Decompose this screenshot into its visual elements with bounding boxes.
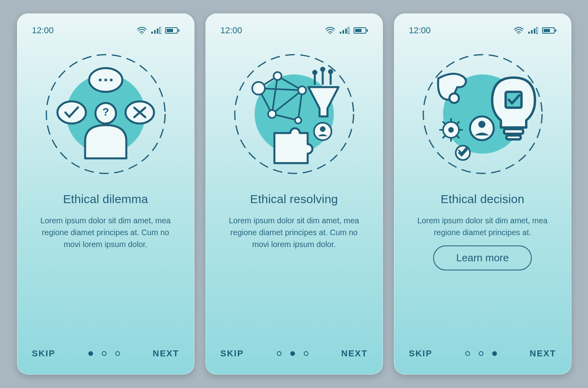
svg-point-14 [104,79,107,82]
svg-rect-1 [151,32,153,34]
svg-text:?: ? [102,106,109,118]
screen-description: Lorem ipsum dolor sit dim amet, mea regi… [409,215,556,238]
svg-rect-53 [537,27,538,34]
signal-icon [151,27,161,34]
skip-button[interactable]: SKIP [409,348,432,359]
status-time: 12:00 [32,25,54,36]
svg-point-44 [321,68,324,71]
page-dot-3[interactable] [304,351,308,356]
onboarding-screen-1: 12:00 ? [17,13,194,375]
svg-point-36 [252,82,265,95]
svg-point-46 [329,70,332,73]
signal-icon [528,27,538,34]
onboarding-screen-3: 12:00 [394,13,571,375]
status-time: 12:00 [221,25,242,36]
page-dot-1[interactable] [277,351,282,356]
illustration-resolving [221,47,368,181]
screen-title: Ethical decision [409,192,556,206]
svg-point-18 [329,33,331,34]
learn-more-button[interactable]: Learn more [433,245,532,270]
screen-title: Ethical resolving [221,192,368,206]
battery-icon [165,27,179,34]
skip-button[interactable]: SKIP [32,348,55,359]
svg-point-39 [268,110,276,118]
svg-point-40 [295,117,301,124]
svg-point-74 [478,121,485,128]
page-dots [465,351,497,356]
page-dot-2[interactable] [290,351,295,356]
svg-point-49 [518,33,519,34]
svg-point-48 [320,126,325,132]
svg-point-42 [313,71,316,74]
svg-rect-59 [504,129,523,134]
nav-row: SKIP NEXT [221,348,368,359]
svg-point-16 [57,101,86,124]
nav-row: SKIP NEXT [409,348,556,359]
svg-rect-2 [154,30,156,34]
screen-description: Lorem ipsum dolor sit dim amet, mea regi… [221,215,368,250]
status-icons [137,27,179,34]
nav-row: SKIP NEXT [32,348,179,359]
next-button[interactable]: NEXT [341,348,368,359]
page-dot-3[interactable] [115,351,120,356]
page-dot-2[interactable] [479,351,483,356]
skip-button[interactable]: SKIP [221,348,244,359]
svg-line-71 [443,135,445,138]
svg-rect-55 [555,29,556,32]
svg-rect-4 [160,27,161,34]
svg-point-38 [298,86,306,94]
svg-rect-60 [506,135,521,139]
svg-rect-56 [544,29,550,32]
illustration-decision [409,47,556,181]
svg-rect-51 [531,30,533,34]
svg-point-0 [141,33,142,34]
wifi-icon [514,27,524,34]
svg-point-64 [448,127,454,133]
svg-rect-24 [367,29,368,32]
wifi-icon [325,27,335,34]
page-dot-1[interactable] [88,351,93,356]
status-bar: 12:00 [409,25,556,36]
status-icons [514,27,556,34]
svg-point-73 [470,116,494,140]
page-dots [277,351,308,356]
svg-rect-6 [178,29,179,32]
svg-rect-21 [345,29,347,34]
svg-rect-52 [534,29,535,34]
svg-point-13 [99,79,101,82]
svg-rect-3 [157,29,158,34]
page-dot-1[interactable] [465,351,470,356]
next-button[interactable]: NEXT [153,348,179,359]
next-button[interactable]: NEXT [530,348,556,359]
svg-point-15 [110,79,112,82]
svg-rect-19 [340,32,341,34]
svg-rect-20 [343,30,344,34]
svg-rect-25 [355,29,362,32]
battery-icon [542,27,556,34]
status-bar: 12:00 [221,25,368,36]
signal-icon [339,27,350,34]
wifi-icon [137,27,147,34]
svg-rect-50 [528,32,530,34]
screen-description: Lorem ipsum dolor sit dim amet, mea regi… [32,215,179,250]
battery-icon [354,27,368,34]
screen-title: Ethical dilemma [32,192,179,206]
status-icons [325,27,368,34]
page-dot-3[interactable] [492,351,497,356]
page-dot-2[interactable] [102,351,107,356]
status-bar: 12:00 [32,25,179,36]
illustration-dilemma: ? [32,47,179,181]
status-time: 12:00 [409,25,431,36]
onboarding-screen-2: 12:00 [206,13,383,375]
svg-rect-7 [167,29,173,32]
svg-point-62 [449,93,459,103]
svg-rect-22 [348,27,350,34]
page-dots [88,351,120,356]
svg-point-37 [274,72,282,80]
